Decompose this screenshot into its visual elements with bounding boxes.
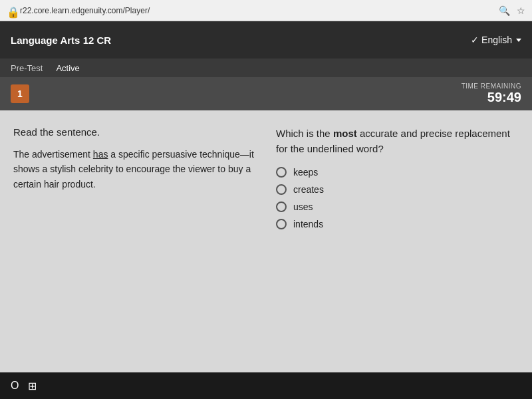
taskbar-left-icons: O ⊞ xyxy=(11,380,37,392)
search-icon[interactable]: 🔍 xyxy=(499,5,510,16)
time-label: TIME REMAINING xyxy=(462,82,521,90)
question-heading: Which is the most accurate and precise r… xyxy=(276,126,519,156)
radio-option-opt-intends[interactable]: intends xyxy=(276,219,519,229)
browser-bar: 🔒 r22.core.learn.edgenuity.com/Player/ 🔍… xyxy=(0,0,532,21)
prompt-text-before: The advertisement xyxy=(13,149,93,160)
question-heading-before: Which is the xyxy=(276,128,333,139)
prompt-underlined-word: has xyxy=(93,149,108,160)
app-title: Language Arts 12 CR xyxy=(11,35,111,46)
radio-label-opt-keeps: keeps xyxy=(293,167,318,178)
radio-label-opt-creates: creates xyxy=(293,184,324,195)
lock-icon: 🔒 xyxy=(7,6,16,15)
radio-circle-icon xyxy=(276,167,287,178)
radio-label-opt-uses: uses xyxy=(293,201,313,212)
radio-circle-icon xyxy=(276,219,287,229)
breadcrumb-active: Active xyxy=(56,63,79,73)
radio-option-opt-keeps[interactable]: keeps xyxy=(276,167,519,178)
search-taskbar-icon[interactable]: O xyxy=(11,380,19,392)
browser-action-icons: 🔍 ☆ xyxy=(499,5,525,16)
bookmark-icon[interactable]: ☆ xyxy=(517,5,525,16)
prompt-text: The advertisement has a specific persuas… xyxy=(13,147,256,192)
time-remaining-display: TIME REMAINING 59:49 xyxy=(462,82,521,105)
sub-header: Pre-Test Active xyxy=(0,59,532,77)
language-selector[interactable]: ✓ English xyxy=(471,35,521,45)
radio-circle-icon xyxy=(276,184,287,195)
language-label: English xyxy=(481,35,512,45)
question-bar: 1 TIME REMAINING 59:49 xyxy=(0,77,532,110)
url-bar[interactable]: r22.core.learn.edgenuity.com/Player/ xyxy=(20,6,499,15)
app-header: Language Arts 12 CR ✓ English xyxy=(0,21,532,59)
radio-option-opt-creates[interactable]: creates xyxy=(276,184,519,195)
answer-options: keepscreatesusesintends xyxy=(276,167,519,229)
radio-option-opt-uses[interactable]: uses xyxy=(276,201,519,212)
checkmark-icon: ✓ xyxy=(471,35,479,45)
breadcrumb-pretest: Pre-Test xyxy=(11,63,43,73)
left-panel: Read the sentence. The advertisement has… xyxy=(13,126,256,356)
question-heading-bold: most xyxy=(333,128,357,139)
taskbar: O ⊞ xyxy=(0,372,532,399)
radio-label-opt-intends: intends xyxy=(293,219,323,229)
right-panel: Which is the most accurate and precise r… xyxy=(276,126,519,356)
radio-circle-icon xyxy=(276,201,287,212)
calendar-taskbar-icon[interactable]: ⊞ xyxy=(28,380,37,392)
main-content: Read the sentence. The advertisement has… xyxy=(0,110,532,372)
question-number-badge: 1 xyxy=(11,84,29,103)
prompt-heading: Read the sentence. xyxy=(13,126,256,138)
chevron-down-icon xyxy=(516,39,521,42)
time-value: 59:49 xyxy=(462,90,521,105)
